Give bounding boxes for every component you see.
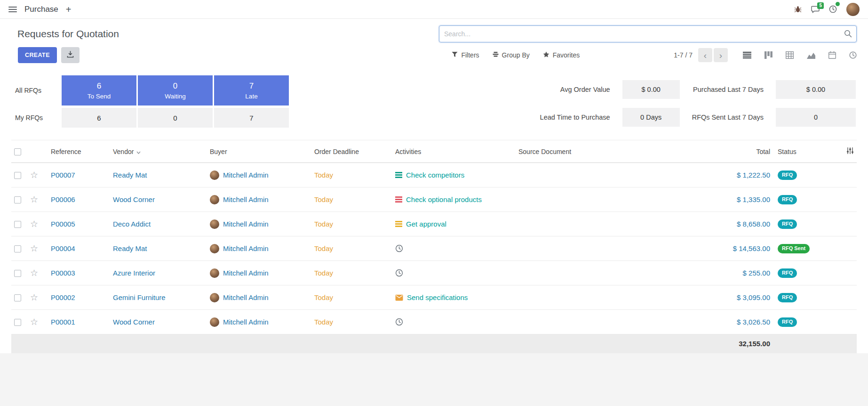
header-source-document[interactable]: Source Document [516,140,704,163]
table-row[interactable]: ☆ P00002 Gemini Furniture Mitchell Admin… [11,285,857,310]
kanban-view-icon[interactable] [764,51,772,59]
table-row[interactable]: ☆ P00004 Ready Mat Mitchell Admin Today … [11,236,857,261]
favorite-star-icon[interactable]: ☆ [30,268,38,278]
background-fill [0,353,868,406]
source-document-cell [516,163,704,187]
favorite-star-icon[interactable]: ☆ [30,244,38,253]
all-rfqs-label: All RFQs [15,87,60,94]
activity-clock-icon[interactable] [395,269,403,277]
activity-summary-link[interactable]: Send specifications [407,293,468,301]
optional-columns-button[interactable] [830,140,857,163]
row-checkbox[interactable] [14,221,21,228]
buyer-link[interactable]: Mitchell Admin [223,269,269,277]
vendor-link[interactable]: Ready Mat [113,244,147,252]
buyer-link[interactable]: Mitchell Admin [223,244,269,252]
activity-view-icon[interactable] [849,51,857,59]
list-view-icon[interactable] [743,51,751,59]
table-row[interactable]: ☆ P00006 Wood Corner Mitchell Admin Toda… [11,187,857,212]
calendar-view-icon[interactable] [828,51,836,59]
debug-bug-icon[interactable] [794,6,802,13]
activity-clock-icon[interactable] [395,244,403,252]
reference-link[interactable]: P00003 [51,269,75,277]
reference-link[interactable]: P00006 [51,195,75,203]
vendor-link[interactable]: Azure Interior [113,269,155,277]
table-row[interactable]: ☆ P00007 Ready Mat Mitchell Admin Today … [11,163,857,187]
activity-clock-icon[interactable] [395,318,403,326]
my-rfqs-waiting[interactable]: 0 [138,108,213,128]
table-row[interactable]: ☆ P00005 Deco Addict Mitchell Admin Toda… [11,212,857,236]
favorite-star-icon[interactable]: ☆ [30,170,38,180]
graph-view-icon[interactable] [807,52,815,59]
header-reference[interactable]: Reference [48,140,110,163]
group-by-button[interactable]: Group By [493,51,530,59]
kpi-tile-late[interactable]: 7 Late [214,75,289,106]
status-badge: RFQ [778,317,797,327]
activity-tasks-icon[interactable] [395,196,402,203]
pager-next-button[interactable]: › [714,48,728,62]
header-activities[interactable]: Activities [392,140,516,163]
header-buyer[interactable]: Buyer [207,140,311,163]
messages-icon[interactable]: 5 [811,6,820,13]
favorite-star-icon[interactable]: ☆ [30,219,38,229]
vendor-link[interactable]: Deco Addict [113,220,151,228]
favorite-star-icon[interactable]: ☆ [30,317,38,327]
activity-tasks-icon[interactable] [395,172,402,178]
my-rfqs-to-send[interactable]: 6 [62,108,136,128]
reference-link[interactable]: P00007 [51,171,75,179]
vendor-link[interactable]: Wood Corner [113,318,155,326]
header-status[interactable]: Status [775,140,830,163]
table-row[interactable]: ☆ P00001 Wood Corner Mitchell Admin Toda… [11,310,857,334]
app-name[interactable]: Purchase [24,5,58,14]
total-amount: $ 1,222.50 [737,171,770,179]
activity-tasks-icon[interactable] [395,221,402,227]
row-checkbox[interactable] [14,172,21,179]
row-checkbox[interactable] [14,319,21,326]
filters-button[interactable]: Filters [452,51,479,59]
search-icon[interactable] [844,30,852,40]
header-total[interactable]: Total [704,140,775,163]
favorites-button[interactable]: Favorites [543,51,580,59]
my-rfqs-late[interactable]: 7 [214,108,289,128]
header-order-deadline[interactable]: Order Deadline [311,140,392,163]
buyer-link[interactable]: Mitchell Admin [223,293,269,301]
reference-link[interactable]: P00005 [51,220,75,228]
header-vendor[interactable]: Vendor [110,140,207,163]
pivot-view-icon[interactable] [786,51,794,59]
activities-clock-icon[interactable] [829,5,837,13]
table-row[interactable]: ☆ P00003 Azure Interior Mitchell Admin T… [11,261,857,285]
buyer-link[interactable]: Mitchell Admin [223,318,269,326]
row-checkbox[interactable] [14,196,21,203]
reference-link[interactable]: P00001 [51,318,75,326]
stat-label: Lead Time to Purchase [540,114,610,121]
favorite-star-icon[interactable]: ☆ [30,292,38,302]
search-input[interactable] [439,25,857,42]
user-avatar[interactable] [846,3,860,16]
select-all-checkbox[interactable] [14,148,21,155]
download-icon [67,51,74,59]
pager-previous-button[interactable]: ‹ [698,48,712,62]
create-button[interactable]: CREATE [18,47,57,63]
reference-link[interactable]: P00004 [51,244,75,252]
buyer-link[interactable]: Mitchell Admin [223,171,269,179]
vendor-link[interactable]: Wood Corner [113,195,155,203]
vendor-link[interactable]: Gemini Furniture [113,293,166,301]
activity-email-icon[interactable] [395,294,403,301]
kpi-tile-to-send[interactable]: 6 To Send [62,75,136,106]
messages-count-badge: 5 [817,2,824,9]
row-checkbox[interactable] [14,294,21,301]
buyer-link[interactable]: Mitchell Admin [223,195,269,203]
activity-summary-link[interactable]: Check optional products [406,195,482,203]
row-checkbox[interactable] [14,270,21,277]
activity-summary-link[interactable]: Get approval [406,220,446,228]
pager-value: 1-7 / 7 [674,51,693,59]
export-button[interactable] [61,47,80,63]
vendor-link[interactable]: Ready Mat [113,171,147,179]
kpi-tile-waiting[interactable]: 0 Waiting [138,75,213,106]
apps-menu-icon[interactable] [8,6,17,13]
buyer-link[interactable]: Mitchell Admin [223,220,269,228]
activity-summary-link[interactable]: Check competitors [406,171,464,179]
plus-icon[interactable]: + [66,5,72,14]
reference-link[interactable]: P00002 [51,293,75,301]
favorite-star-icon[interactable]: ☆ [30,195,38,204]
row-checkbox[interactable] [14,245,21,252]
